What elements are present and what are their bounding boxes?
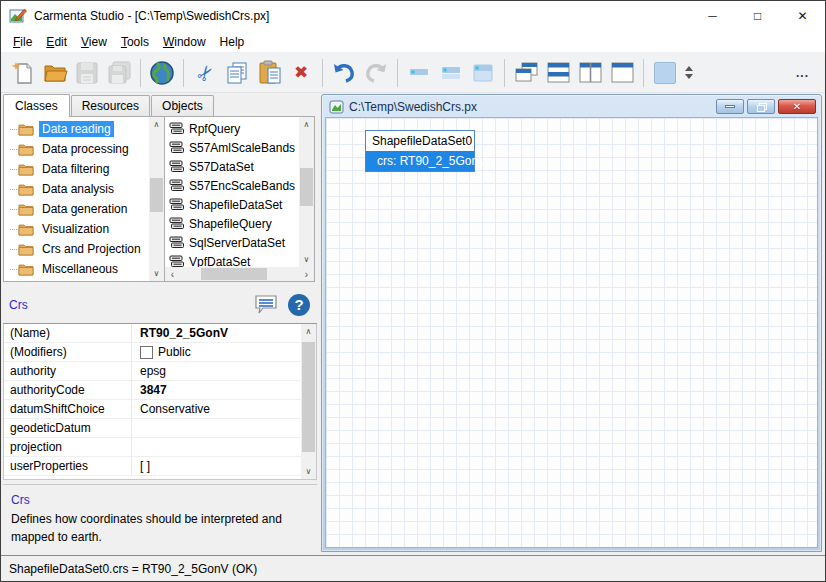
scroll-down-icon[interactable]: ∨ [301, 464, 316, 479]
scroll-up-icon[interactable]: ∧ [301, 324, 316, 339]
scroll-right-icon[interactable]: › [299, 267, 314, 281]
class-item-s57amlscalebands[interactable]: S57AmlScaleBands [165, 138, 299, 157]
class-item-sqlserverdataset[interactable]: SqlServerDataSet [165, 233, 299, 252]
public-checkbox[interactable] [140, 346, 153, 359]
window-size-small-button[interactable] [403, 57, 435, 89]
tree-item-data-filtering[interactable]: Data filtering [4, 159, 149, 179]
single-window-icon [610, 60, 635, 85]
node-property-crs-selected[interactable]: crs: RT90_2_5GonV [366, 151, 474, 171]
save-icon [75, 61, 99, 85]
toolbar-overflow-button[interactable]: ... [796, 66, 809, 80]
scroll-up-icon[interactable]: ∧ [299, 117, 314, 132]
shapefiledataset-node[interactable]: ShapefileDataSet0 crs: RT90_2_5GonV [365, 130, 475, 172]
single-window-button[interactable] [606, 57, 638, 89]
property-value-projection[interactable] [132, 438, 301, 456]
cut-button[interactable]: ✂ [189, 57, 221, 89]
copy-button[interactable] [221, 57, 253, 89]
scrollbar-thumb[interactable] [150, 178, 163, 213]
close-button[interactable]: ✕ [780, 1, 825, 31]
window-size-medium-button[interactable] [435, 57, 467, 89]
tree-item-data-generation[interactable]: Data generation [4, 199, 149, 219]
tab-classes[interactable]: Classes [3, 94, 70, 117]
delete-button[interactable]: ✖ [285, 57, 317, 89]
node-title[interactable]: ShapefileDataSet0 [366, 131, 474, 151]
document-minimize-button[interactable] [716, 99, 744, 114]
tree-item-data-processing[interactable]: Data processing [4, 139, 149, 159]
titlebar[interactable]: Carmenta Studio - [C:\Temp\SwedishCrs.px… [1, 1, 825, 31]
window-size-large-button[interactable] [467, 57, 499, 89]
property-value-geodeticdatum[interactable] [132, 419, 301, 437]
property-value-name[interactable]: RT90_2_5GonV [132, 324, 301, 342]
window-size-large-icon [471, 61, 495, 85]
menu-edit[interactable]: Edit [39, 33, 74, 51]
statusbar: ShapefileDataSet0.crs = RT90_2_5GonV (OK… [1, 555, 825, 581]
property-value-authoritycode[interactable]: 3847 [132, 381, 301, 399]
class-item-shapefiledataset[interactable]: ShapefileDataSet [165, 195, 299, 214]
open-button[interactable] [39, 57, 71, 89]
tile-horizontal-button[interactable] [542, 57, 574, 89]
delete-x-icon: ✖ [294, 64, 308, 81]
tree-item-data-analysis[interactable]: Data analysis [4, 179, 149, 199]
menu-help[interactable]: Help [213, 33, 252, 51]
menu-window[interactable]: Window [156, 33, 213, 51]
scrollbar-thumb[interactable] [300, 168, 313, 206]
document-restore-button[interactable] [747, 99, 775, 114]
cascade-windows-button[interactable] [510, 57, 542, 89]
redo-button[interactable] [360, 57, 392, 89]
globe-icon [149, 60, 175, 86]
tab-resources[interactable]: Resources [71, 95, 150, 116]
class-item-s57encscalebands[interactable]: S57EncScaleBands [165, 176, 299, 195]
undo-button[interactable] [328, 57, 360, 89]
menu-file[interactable]: File [6, 33, 39, 51]
document-titlebar[interactable]: C:\Temp\SwedishCrs.px ✕ [325, 96, 818, 117]
property-row-projection: projection [4, 438, 301, 457]
app-logo-icon [9, 8, 27, 24]
scroll-left-icon[interactable]: ‹ [165, 267, 180, 281]
help-icon[interactable]: ? [287, 293, 311, 317]
menu-view[interactable]: View [74, 33, 114, 51]
class-item-rpfquery[interactable]: RpfQuery [165, 119, 299, 138]
property-value-userproperties[interactable]: [ ] [132, 457, 301, 475]
tree-scrollbar[interactable]: ∧ ∨ [149, 117, 164, 281]
comment-bubble-icon[interactable] [254, 294, 278, 316]
swatch-spinner[interactable] [685, 66, 693, 79]
paste-button[interactable] [253, 57, 285, 89]
menubar: File Edit View Tools Window Help [1, 31, 825, 53]
main-area: Classes Resources Objects Data reading D… [1, 93, 825, 555]
tree-item-crs-and-projection[interactable]: Crs and Projection [4, 239, 149, 259]
new-file-button[interactable] [7, 57, 39, 89]
scroll-down-icon[interactable]: ∨ [149, 266, 164, 281]
classes-browser: Data reading Data processing Data filter… [3, 116, 317, 282]
scrollbar-thumb[interactable] [302, 342, 315, 452]
save-all-button[interactable] [103, 57, 135, 89]
property-row-authoritycode: authorityCode 3847 [4, 381, 301, 400]
tree-item-data-reading[interactable]: Data reading [4, 119, 149, 139]
maximize-button[interactable]: □ [735, 1, 780, 31]
class-list-vscrollbar[interactable]: ∧ ∨ [299, 117, 314, 267]
scroll-up-icon[interactable]: ∧ [149, 117, 164, 132]
tree-item-visualization[interactable]: Visualization [4, 219, 149, 239]
color-swatch-button[interactable] [649, 57, 681, 89]
tab-objects[interactable]: Objects [151, 95, 214, 116]
cascade-windows-icon [514, 60, 539, 85]
class-icon [169, 198, 184, 211]
toolbar-separator [504, 59, 505, 87]
class-item-vpfdataset[interactable]: VpfDataSet [165, 252, 299, 267]
menu-tools[interactable]: Tools [114, 33, 156, 51]
minimize-button[interactable]: ─ [690, 1, 735, 31]
scroll-down-icon[interactable]: ∨ [299, 252, 314, 267]
class-item-s57dataset[interactable]: S57DataSet [165, 157, 299, 176]
tree-item-miscellaneous[interactable]: Miscellaneous [4, 259, 149, 279]
property-value-datumshiftchoice[interactable]: Conservative [132, 400, 301, 418]
class-list-hscrollbar[interactable]: ‹ › [165, 267, 314, 281]
property-value-authority[interactable]: epsg [132, 362, 301, 380]
save-button[interactable] [71, 57, 103, 89]
property-grid-scrollbar[interactable]: ∧ ∨ [301, 324, 316, 479]
scrollbar-thumb[interactable] [201, 268, 266, 280]
document-close-button[interactable]: ✕ [778, 99, 816, 114]
tile-vertical-button[interactable] [574, 57, 606, 89]
map-view-button[interactable] [146, 57, 178, 89]
folder-icon [18, 183, 34, 196]
class-item-shapefilequery[interactable]: ShapefileQuery [165, 214, 299, 233]
diagram-canvas[interactable]: ShapefileDataSet0 crs: RT90_2_5GonV [325, 117, 818, 548]
